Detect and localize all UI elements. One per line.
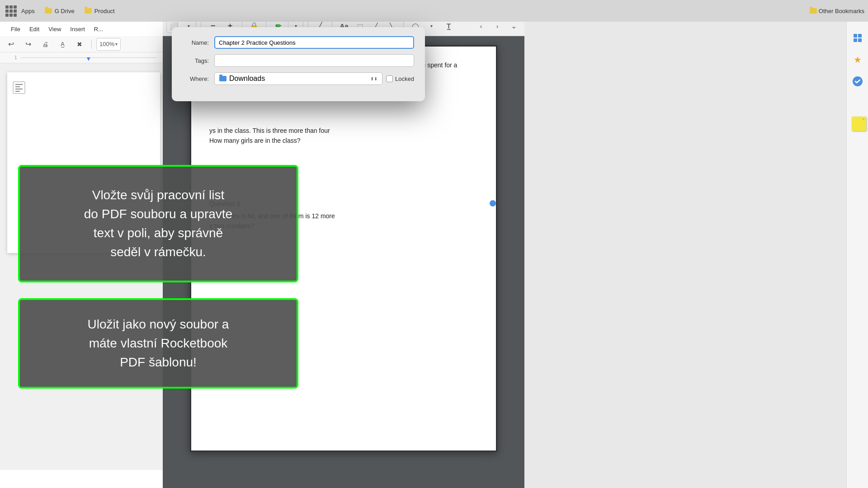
- selection-dot: [490, 200, 496, 206]
- svg-rect-1: [858, 34, 862, 38]
- browser-topbar: Apps G Drive Product Other Bookmarks: [0, 0, 868, 22]
- clear-format-button[interactable]: ✖: [72, 38, 87, 51]
- svg-rect-2: [854, 38, 857, 42]
- where-chevron-icon: ⬆⬇: [370, 76, 377, 81]
- svg-rect-3: [858, 38, 862, 42]
- instruction-text-2: Uložit jako nový soubor a máte vlastní R…: [88, 315, 229, 372]
- sidebar-grid-icon[interactable]: [850, 31, 865, 45]
- other-bookmarks[interactable]: Other Bookmarks: [806, 8, 868, 14]
- print-button[interactable]: 🖨: [38, 38, 52, 51]
- where-dropdown[interactable]: Downloads ⬆⬇: [214, 72, 382, 85]
- instruction-box-2: Uložit jako nový soubor a máte vlastní R…: [18, 298, 298, 389]
- save-dialog: Name: Tags: Where: Downloads ⬆⬇ Locked: [172, 27, 425, 101]
- browser-apps-bar: Apps G Drive Product: [0, 5, 115, 17]
- sidebar-check-circle-icon[interactable]: [850, 74, 865, 89]
- product-label[interactable]: Product: [94, 8, 115, 14]
- svg-rect-0: [854, 34, 857, 38]
- product-folder-icon: [85, 8, 92, 14]
- sidebar-star-icon[interactable]: ★: [850, 52, 865, 67]
- apps-label[interactable]: Apps: [21, 8, 35, 14]
- format-paint-button[interactable]: A̲: [55, 38, 70, 51]
- instruction-text-1: Vložte svůj pracovní list do PDF souboru…: [84, 186, 232, 262]
- tags-input[interactable]: [214, 54, 414, 67]
- zoom-dropdown[interactable]: File 100% ▾: [96, 38, 121, 51]
- locked-checkbox[interactable]: [386, 75, 393, 82]
- filename-input[interactable]: [214, 36, 414, 49]
- where-label: Where:: [183, 75, 214, 82]
- where-area: Downloads ⬆⬇ Locked: [214, 72, 414, 85]
- toolbar-separator-1: [91, 40, 92, 49]
- dialog-name-row: Name:: [183, 36, 414, 49]
- gdocs-menubar: File Edit View Insert R...: [0, 22, 167, 36]
- gdrive-label[interactable]: G Drive: [55, 8, 75, 14]
- menu-more[interactable]: R...: [90, 24, 107, 34]
- undo-button[interactable]: ↩: [4, 38, 18, 51]
- instruction-box-1: Vložte svůj pracovní list do PDF souboru…: [18, 165, 298, 282]
- gdrive-folder-icon: [45, 8, 52, 14]
- where-value: Downloads: [229, 75, 265, 83]
- locked-label: Locked: [395, 75, 414, 82]
- downloads-folder-icon: [219, 76, 226, 81]
- locked-checkbox-area[interactable]: Locked: [386, 75, 414, 82]
- right-sidebar: ★: [846, 22, 868, 488]
- dialog-tags-row: Tags:: [183, 54, 414, 67]
- question-2-partial: ys in the class. This is three more than…: [209, 126, 478, 146]
- tags-label: Tags:: [183, 57, 214, 64]
- apps-grid-icon: [5, 5, 17, 17]
- redo-button[interactable]: ↪: [21, 38, 35, 51]
- other-bookmarks-icon: [810, 8, 817, 14]
- menu-insert[interactable]: Insert: [66, 24, 89, 34]
- gdocs-toolbar2: ↩ ↪ 🖨 A̲ ✖ File 100% ▾: [0, 36, 167, 52]
- menu-file[interactable]: File: [7, 24, 24, 34]
- gdocs-ruler: 1: [0, 52, 167, 63]
- menu-view[interactable]: View: [45, 24, 65, 34]
- menu-edit[interactable]: Edit: [26, 24, 43, 34]
- doc-list-icon[interactable]: [13, 81, 25, 94]
- dialog-where-row: Where: Downloads ⬆⬇ Locked: [183, 72, 414, 85]
- sticky-note-icon[interactable]: [852, 117, 866, 131]
- name-label: Name:: [183, 39, 214, 46]
